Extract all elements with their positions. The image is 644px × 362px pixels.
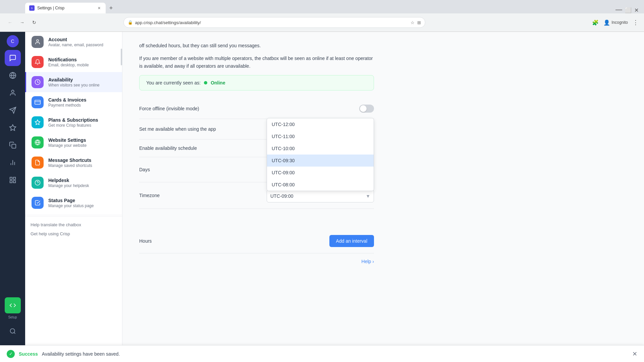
sidebar-item-status[interactable]: Status Page Manage your status page bbox=[25, 193, 122, 213]
profile-button[interactable]: 👤 Incognito bbox=[601, 18, 631, 27]
timezone-dropdown-trigger[interactable]: UTC-09:00 ▼ bbox=[267, 190, 374, 202]
enable-schedule-label: Enable availability schedule bbox=[139, 145, 197, 151]
info-text-1: off scheduled hours, but they can still … bbox=[139, 42, 374, 49]
success-bar: ✓ Success Availability settings have bee… bbox=[0, 345, 644, 362]
website-icon bbox=[32, 136, 44, 148]
svg-rect-21 bbox=[35, 100, 41, 104]
forward-button[interactable]: → bbox=[17, 18, 27, 27]
sidebar-item-cards[interactable]: Cards & Invoices Payment methods bbox=[25, 92, 122, 112]
main-content: off scheduled hours, but they can still … bbox=[122, 32, 644, 362]
dropdown-chevron-icon: ▼ bbox=[366, 193, 370, 199]
url-text: app.crisp.chat/settings/availability/ bbox=[135, 20, 409, 25]
sidebar-scroll[interactable]: Account Avatar, name, email, password No… bbox=[25, 32, 122, 362]
svg-marker-7 bbox=[9, 125, 15, 130]
notifications-icon bbox=[32, 56, 44, 68]
tab-close-button[interactable]: ✕ bbox=[96, 5, 102, 11]
address-bar-icons: ☆ ⊞ bbox=[411, 20, 421, 25]
svg-rect-12 bbox=[10, 177, 12, 179]
sidebar-item-shortcuts[interactable]: Message Shortcuts Manage saved shortcuts bbox=[25, 153, 122, 173]
svg-line-17 bbox=[14, 333, 15, 334]
bookmark-icon[interactable]: ☆ bbox=[411, 20, 415, 25]
account-text: Account Avatar, name, email, password bbox=[48, 37, 103, 47]
reload-button[interactable]: ↻ bbox=[30, 18, 39, 27]
dropdown-item-utc-8[interactable]: UTC-08:00 bbox=[267, 179, 374, 191]
dropdown-selected-value: UTC-09:00 bbox=[270, 193, 293, 199]
sidebar-item-helpdesk[interactable]: Helpdesk Manage your helpdesk bbox=[25, 173, 122, 193]
svg-text:S: S bbox=[31, 7, 33, 10]
sidebar-item-website[interactable]: Website Settings Manage your website bbox=[25, 132, 122, 153]
window-close-button[interactable]: ✕ bbox=[634, 7, 639, 13]
force-offline-label: Force offline (invisible mode) bbox=[139, 106, 199, 111]
sidebar-item-availability[interactable]: Availability When visitors see you onlin… bbox=[25, 72, 122, 92]
success-check-icon: ✓ bbox=[7, 350, 15, 358]
extensions-icon: 🧩 bbox=[592, 19, 599, 26]
window-maximize-button[interactable]: ⬜ bbox=[625, 7, 632, 13]
nav-chat-icon[interactable] bbox=[5, 50, 21, 66]
add-interval-button[interactable]: Add an interval bbox=[329, 235, 374, 247]
nav-copy-icon[interactable] bbox=[5, 137, 21, 153]
shortcuts-icon bbox=[32, 157, 44, 169]
sidebar-item-notifications[interactable]: Notifications Email, desktop, mobile bbox=[25, 52, 122, 72]
cards-icon bbox=[32, 96, 44, 108]
sidebar-footer: Help translate the chatbox Get help usin… bbox=[25, 216, 122, 242]
dropdown-item-utc-930[interactable]: UTC-09:30 bbox=[267, 155, 374, 167]
help-arrow-icon: › bbox=[372, 259, 374, 264]
days-label: Days bbox=[139, 167, 150, 172]
setup-label: Setup bbox=[8, 315, 17, 319]
status-label: You are currently seen as: bbox=[146, 80, 201, 85]
online-dot bbox=[204, 81, 207, 84]
help-link-sidebar[interactable]: Get help using Crisp bbox=[31, 229, 117, 238]
nav-send-icon[interactable] bbox=[5, 102, 21, 118]
window-minimize-button[interactable]: — bbox=[615, 6, 622, 13]
icon-navigation: C Setup bbox=[0, 32, 25, 362]
status-value: Online bbox=[211, 80, 225, 85]
success-title: Success bbox=[19, 351, 38, 357]
force-offline-row: Force offline (invisible mode) bbox=[139, 99, 374, 119]
hours-label: Hours bbox=[139, 238, 152, 244]
success-message: Availability settings have been saved. bbox=[42, 351, 120, 357]
nav-grid-icon[interactable] bbox=[5, 172, 21, 188]
timezone-dropdown-container: UTC-12:00 UTC-11:00 UTC-10:00 UTC-09:30 … bbox=[267, 188, 374, 202]
new-tab-button[interactable]: + bbox=[106, 3, 116, 13]
browser-tab[interactable]: S Settings | Crisp ✕ bbox=[25, 3, 106, 13]
svg-rect-15 bbox=[10, 181, 12, 183]
translate-link[interactable]: Help translate the chatbox bbox=[31, 220, 117, 229]
account-icon bbox=[32, 36, 44, 48]
back-button[interactable]: ← bbox=[5, 18, 15, 27]
svg-rect-8 bbox=[12, 144, 16, 148]
nav-star-icon[interactable] bbox=[5, 120, 21, 136]
dropdown-item-utc-11[interactable]: UTC-11:00 bbox=[267, 130, 374, 142]
svg-point-19 bbox=[37, 40, 39, 42]
set-available-label: Set me available when using the app bbox=[139, 126, 216, 132]
user-avatar[interactable]: C bbox=[7, 35, 19, 47]
availability-icon bbox=[32, 76, 44, 88]
status-banner: You are currently seen as: Online bbox=[139, 75, 374, 90]
browser-menu-button[interactable]: ⋮ bbox=[633, 19, 639, 26]
extension-icon[interactable]: ⊞ bbox=[417, 20, 421, 25]
help-link-main[interactable]: Help › bbox=[139, 253, 374, 269]
plans-icon bbox=[32, 116, 44, 128]
success-close-button[interactable]: ✕ bbox=[632, 350, 637, 358]
dropdown-item-utc-10[interactable]: UTC-10:00 bbox=[267, 142, 374, 155]
svg-rect-13 bbox=[13, 177, 15, 179]
tab-favicon: S bbox=[29, 5, 35, 11]
nav-search-icon[interactable] bbox=[5, 323, 21, 339]
nav-globe-icon[interactable] bbox=[5, 67, 21, 83]
sidebar: Account Avatar, name, email, password No… bbox=[25, 32, 122, 362]
toggle-knob bbox=[360, 105, 367, 112]
dropdown-scrollable[interactable]: UTC-12:00 UTC-11:00 UTC-10:00 UTC-09:30 … bbox=[267, 118, 374, 191]
status-icon bbox=[32, 197, 44, 209]
dropdown-item-utc-9[interactable]: UTC-09:00 bbox=[267, 167, 374, 179]
hours-row: Hours Add an interval bbox=[139, 229, 374, 253]
sidebar-item-account[interactable]: Account Avatar, name, email, password bbox=[25, 32, 122, 52]
sidebar-item-plans[interactable]: Plans & Subscriptions Get more Crisp fea… bbox=[25, 112, 122, 132]
nav-chart-icon[interactable] bbox=[5, 155, 21, 171]
svg-point-16 bbox=[10, 329, 14, 333]
timezone-dropdown-menu: UTC-12:00 UTC-11:00 UTC-10:00 UTC-09:30 … bbox=[267, 118, 374, 191]
force-offline-toggle[interactable] bbox=[359, 105, 374, 113]
address-bar[interactable]: 🔒 app.crisp.chat/settings/availability/ … bbox=[123, 17, 425, 28]
nav-code-icon[interactable] bbox=[5, 297, 21, 313]
nav-user-icon[interactable] bbox=[5, 85, 21, 101]
dropdown-item-utc-12[interactable]: UTC-12:00 bbox=[267, 118, 374, 130]
lock-icon: 🔒 bbox=[128, 20, 133, 25]
